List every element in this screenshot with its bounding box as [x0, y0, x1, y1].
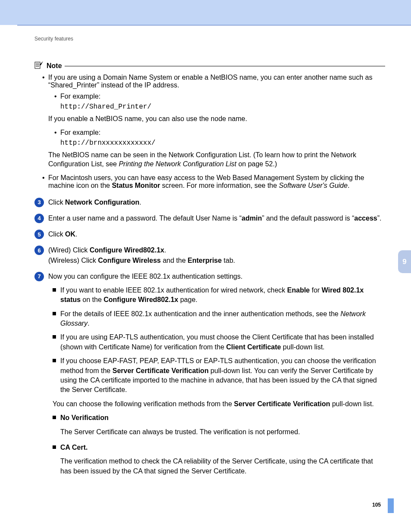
text: The NetBIOS name can be seen in the Netw… [48, 150, 385, 169]
for-example-2: For example: [54, 129, 385, 137]
t: (Wired) Click [48, 246, 90, 254]
step-6: 6 (Wired) Click Configure Wired802.1x. (… [34, 245, 385, 265]
t: Server Certificate Verification [234, 400, 330, 408]
list-item: If you are using EAP-TLS authentication,… [53, 333, 385, 352]
step-body: (Wired) Click Configure Wired802.1x. (Wi… [48, 245, 385, 265]
corner-mark [388, 498, 394, 513]
running-header: Security features [34, 36, 385, 42]
list-item: For the details of IEEE 802.1x authentic… [53, 309, 385, 329]
t: page. [178, 296, 197, 303]
note-rule [65, 66, 385, 66]
text: If you are using a Domain Name System or… [48, 74, 372, 89]
t: pull-down list. [330, 400, 374, 408]
step-3: 3 Click Network Configuration. [34, 197, 385, 207]
step-badge: 4 [34, 214, 44, 223]
t: If you want to enable IEEE 802.1x authen… [60, 286, 287, 294]
verification-list: CA Cert. [34, 443, 385, 452]
ca-cert-heading: CA Cert. [53, 443, 385, 452]
step-badge: 5 [34, 230, 44, 239]
t: ” and the default password is “ [262, 215, 354, 222]
t: on the [81, 296, 103, 303]
t: . [87, 320, 89, 327]
t: No Verification [60, 414, 109, 421]
t: access [354, 215, 377, 222]
list-item: If you want to enable IEEE 802.1x authen… [53, 286, 385, 305]
t: If you are using EAP-TLS authentication,… [60, 333, 374, 350]
page-number: 105 [372, 502, 381, 508]
t: Configure Wireless [98, 257, 161, 264]
step-body: Click OK. [48, 229, 385, 239]
t: screen. For more information, see the [160, 182, 279, 189]
step-5: 5 Click OK. [34, 229, 385, 239]
t: . [164, 246, 166, 254]
t: OK [65, 230, 75, 238]
t: Server Certificate Verification [112, 367, 209, 374]
t: For the details of IEEE 802.1x authentic… [60, 310, 340, 317]
t: CA Cert. [60, 444, 87, 451]
t: Status Monitor [112, 182, 160, 189]
no-verification-body: The Server Certificate can always be tru… [34, 427, 385, 437]
t: Configure Wired802.1x [90, 246, 164, 254]
t: tab. [222, 257, 235, 264]
t: . [75, 230, 77, 238]
step-badge: 7 [34, 272, 44, 281]
code-1: http://Shared_Printer/ [60, 103, 385, 111]
t: and the [161, 257, 187, 264]
step-body: Click Network Configuration. [48, 197, 385, 207]
note-bullet-1: If you are using a Domain Name System or… [42, 74, 385, 169]
t: . [140, 199, 141, 206]
list-item: If you choose EAP-FAST, PEAP, EAP-TTLS o… [53, 356, 385, 395]
ca-cert-body: The verification method to check the CA … [34, 457, 385, 476]
t: ”. [377, 215, 382, 222]
note-block: Note If you are using a Domain Name Syst… [34, 61, 385, 190]
t: Network Configuration [65, 199, 139, 206]
no-verification-heading: No Verification [53, 413, 385, 423]
step-body: Now you can configure the IEEE 802.1x au… [48, 271, 385, 281]
t: Enable [287, 286, 310, 294]
step-7-sublist: If you want to enable IEEE 802.1x authen… [34, 286, 385, 395]
t: on page 52.) [237, 160, 277, 168]
step-4: 4 Enter a user name and a password. The … [34, 213, 385, 223]
t: Configure Wired802.1x [104, 296, 178, 303]
text: If you enable a NetBIOS name, you can al… [48, 114, 385, 124]
t: for [310, 286, 322, 294]
for-example-1: For example: [54, 93, 385, 100]
note-label: Note [47, 62, 62, 70]
code-2: http://brnxxxxxxxxxxxx/ [60, 139, 385, 147]
t: Enter a user name and a password. The de… [48, 215, 242, 222]
note-bullet-2: For Macintosh users, you can have easy a… [42, 174, 385, 190]
t: . [348, 182, 349, 189]
verification-intro: You can choose the following verificatio… [34, 399, 385, 409]
t: Software User's Guide [279, 182, 348, 189]
step-body: Enter a user name and a password. The de… [48, 213, 385, 223]
t: (Wireless) Click [48, 257, 98, 264]
step-7: 7 Now you can configure the IEEE 802.1x … [34, 271, 385, 281]
note-body: If you are using a Domain Name System or… [34, 71, 385, 190]
t: admin [242, 215, 262, 222]
link-ref: Printing the Network Configuration List [119, 160, 237, 168]
t: Client Certificate [226, 343, 281, 351]
verification-list: No Verification [34, 413, 385, 423]
svg-rect-0 [35, 62, 40, 68]
top-bar [0, 0, 411, 25]
note-icon [34, 61, 44, 71]
note-title-row: Note [34, 61, 385, 71]
step-badge: 3 [34, 198, 44, 207]
t: Click [48, 230, 65, 238]
page-content: Security features Note If you are using … [0, 25, 411, 482]
step-badge: 6 [34, 246, 44, 255]
t: pull-down list. [281, 343, 324, 351]
t: You can choose the following verificatio… [53, 400, 234, 408]
t: Enterprise [188, 257, 222, 264]
t: Click [48, 199, 65, 206]
